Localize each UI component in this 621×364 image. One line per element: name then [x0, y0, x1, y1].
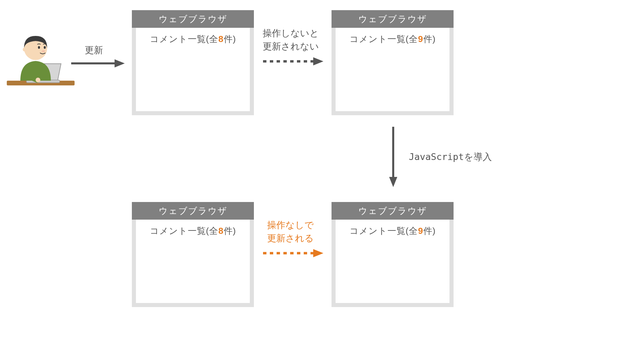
browser-body: コメント一覧(全8件) — [132, 28, 254, 115]
browser-body: コメント一覧(全8件) — [132, 220, 254, 307]
arrow-solid-down — [386, 127, 400, 188]
comment-suffix: 件) — [224, 34, 236, 44]
comment-count: 8 — [218, 34, 223, 44]
comment-line: コメント一覧(全9件) — [336, 33, 449, 45]
svg-point-4 — [23, 47, 27, 52]
comment-count: 9 — [418, 34, 423, 44]
browser-title: ウェブブラウザ — [332, 202, 454, 220]
comment-count: 9 — [418, 226, 423, 236]
comment-count: 8 — [218, 226, 223, 236]
label-no-update-line2: 更新されない — [263, 41, 319, 52]
svg-point-6 — [44, 46, 46, 49]
comment-suffix: 件) — [423, 226, 436, 236]
svg-marker-15 — [313, 249, 323, 257]
label-no-update-line1: 操作しないと — [263, 28, 319, 38]
svg-marker-11 — [313, 57, 323, 65]
svg-marker-9 — [115, 59, 125, 67]
label-auto-update-line1: 操作なしで — [267, 220, 314, 230]
label-auto-update: 操作なしで 更新される — [267, 219, 314, 245]
browser-title: ウェブブラウザ — [132, 10, 254, 28]
label-no-update: 操作しないと 更新されない — [263, 27, 319, 53]
label-update: 更新 — [85, 44, 103, 57]
label-auto-update-line2: 更新される — [267, 233, 314, 243]
comment-prefix: コメント一覧(全 — [349, 226, 418, 236]
browser-body: コメント一覧(全9件) — [332, 28, 454, 115]
arrow-dashed-right-orange — [263, 248, 324, 258]
arrow-dashed-right-gray — [263, 56, 324, 66]
diagram-stage: 更新 ウェブブラウザ コメント一覧(全8件) 操作しないと 更新されない ウェブ… — [0, 0, 621, 364]
browser-body: コメント一覧(全9件) — [332, 220, 454, 307]
comment-prefix: コメント一覧(全 — [150, 34, 219, 44]
comment-line: コメント一覧(全9件) — [336, 225, 449, 237]
svg-point-2 — [36, 78, 40, 82]
svg-point-5 — [38, 46, 40, 49]
browser-box-top-right: ウェブブラウザ コメント一覧(全9件) — [332, 10, 454, 115]
comment-line: コメント一覧(全8件) — [136, 225, 250, 237]
comment-suffix: 件) — [423, 34, 436, 44]
comment-suffix: 件) — [224, 226, 236, 236]
comment-prefix: コメント一覧(全 — [349, 34, 418, 44]
browser-box-bottom-right: ウェブブラウザ コメント一覧(全9件) — [332, 202, 454, 307]
arrow-solid-right-1 — [71, 58, 125, 68]
user-illustration — [7, 30, 75, 98]
browser-box-top-left: ウェブブラウザ コメント一覧(全8件) — [132, 10, 254, 115]
svg-point-7 — [42, 50, 45, 52]
browser-title: ウェブブラウザ — [132, 202, 254, 220]
svg-marker-13 — [389, 177, 397, 187]
browser-box-bottom-left: ウェブブラウザ コメント一覧(全8件) — [132, 202, 254, 307]
comment-line: コメント一覧(全8件) — [136, 33, 250, 45]
label-javascript: JavaScriptを導入 — [409, 151, 492, 163]
comment-prefix: コメント一覧(全 — [150, 226, 219, 236]
browser-title: ウェブブラウザ — [332, 10, 454, 28]
